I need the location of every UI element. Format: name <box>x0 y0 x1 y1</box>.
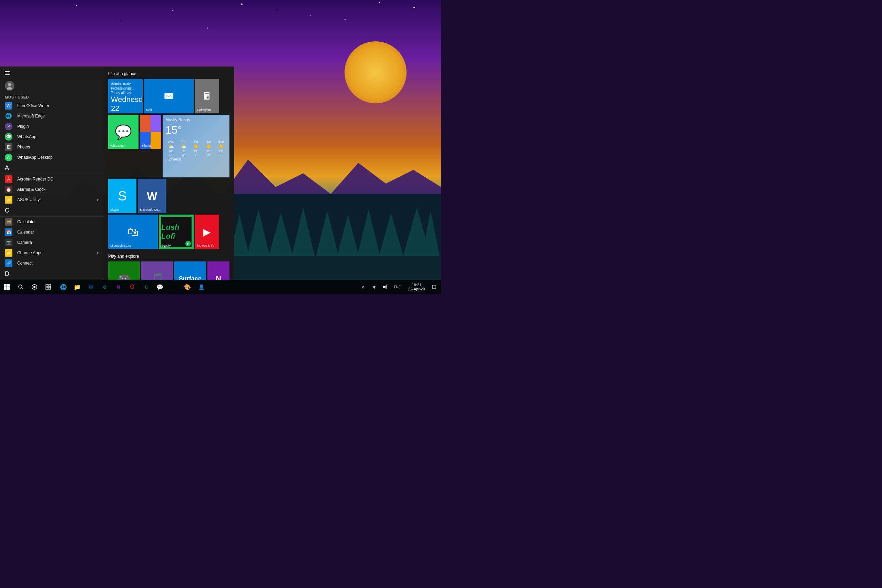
app-libreoffice[interactable]: W LibreOffice Writer <box>0 100 104 111</box>
taskbar-spotify[interactable]: ♫ <box>139 280 153 294</box>
weather-low-thu: 5° <box>182 153 185 157</box>
onenote-icon: N <box>216 274 221 280</box>
app-icon-calendar: 📅 <box>5 228 12 236</box>
taskbar-onenote[interactable]: N <box>112 280 125 294</box>
taskbar-mail[interactable]: ✉ <box>84 280 98 294</box>
tile-onenote[interactable]: N OneNote <box>207 261 230 280</box>
skype-icon: S <box>118 189 126 204</box>
app-photos[interactable]: 🖼 Photos <box>0 142 104 152</box>
photos-cell-4 <box>150 132 161 149</box>
tile-word[interactable]: W Microsoft Wo... <box>138 179 166 213</box>
sun-decoration <box>345 41 406 104</box>
expand-icon: ▾ <box>97 198 99 202</box>
app-asus[interactable]: 📁 ASUS Utility ▾ <box>0 195 104 205</box>
weather-day-label: Fri <box>194 140 198 143</box>
spotify-inner: Lush Lofi ▶ <box>161 217 192 247</box>
wifi-icon <box>372 285 376 289</box>
app-calendar[interactable]: 📅 Calendar <box>0 227 104 237</box>
calendar-event-text: Administrative Professionals... <box>111 82 140 91</box>
taskbar-edge2[interactable]: e <box>98 280 112 294</box>
tile-skype[interactable]: S Skype <box>108 179 136 213</box>
start-button[interactable] <box>0 280 14 294</box>
tile-spotify[interactable]: Lush Lofi ▶ Spotify <box>159 214 194 249</box>
tile-calendar[interactable]: Administrative Professionals... Today al… <box>108 79 142 113</box>
app-icon-asus: 📁 <box>5 196 12 204</box>
tile-movies[interactable]: ▶ Movies & TV <box>195 214 219 249</box>
app-camera[interactable]: 📷 Camera <box>0 237 104 248</box>
app-acrobat[interactable]: A Acrobat Reader DC <box>0 174 104 184</box>
tile-weather[interactable]: Mostly Sunny 15° Wed ⛅ 16° 5° Thu ⛅ 16° … <box>163 115 230 177</box>
tile-whatsapp[interactable]: 💬 WhatsApp <box>108 115 138 149</box>
tile-mail[interactable]: ✉️ Mail <box>144 79 194 113</box>
edge-icon: 🌐 <box>60 284 67 290</box>
weather-temp: 15° <box>165 124 227 136</box>
app-icon-whatsapp-desktop: W <box>5 154 12 161</box>
start-menu-left: Most used W LibreOffice Writer 🌐 Microso… <box>0 66 104 280</box>
app-whatsapp-desktop[interactable]: W WhatsApp Desktop <box>0 152 104 163</box>
taskbar-opera[interactable]: O <box>125 280 139 294</box>
app-alarms[interactable]: ⏰ Alarms & Clock <box>0 184 104 195</box>
tile-calculator[interactable]: 🖩 Calculator <box>195 79 219 113</box>
tile-groove[interactable]: 🎵 Groove Music <box>141 261 173 280</box>
weather-icon-sat: ☀️ <box>206 144 212 149</box>
svg-rect-41 <box>432 285 436 289</box>
snip-icon: ✂ <box>172 284 176 290</box>
xbox-icon: 🎮 <box>117 272 131 280</box>
hamburger-button[interactable] <box>0 66 104 79</box>
svg-marker-40 <box>383 285 386 289</box>
app-label: Calendar <box>17 230 34 235</box>
clock[interactable]: 18:21 22-Apr-20 <box>405 280 429 294</box>
app-icon-libreoffice: W <box>5 102 12 110</box>
network-icon[interactable] <box>369 280 380 294</box>
tile-store-label: Microsoft Store <box>110 244 131 248</box>
app-calculator[interactable]: 🧮 Calculator <box>0 217 104 227</box>
tile-surface[interactable]: Surface Surface <box>174 261 206 280</box>
cortana-button[interactable] <box>28 280 41 294</box>
weather-high-fri: 19° <box>194 150 198 153</box>
svg-rect-30 <box>4 287 6 290</box>
start-menu: Most used W LibreOffice Writer 🌐 Microso… <box>0 66 234 280</box>
taskbar-paint[interactable]: 🎨 <box>180 280 194 294</box>
chevron-up-icon[interactable] <box>358 280 369 294</box>
taskbar-profile[interactable]: 👤 <box>194 280 208 294</box>
taskbar-snip[interactable]: ✂ <box>167 280 180 294</box>
store-icon: 🛍 <box>128 226 138 238</box>
taskbar-explorer[interactable]: 📁 <box>70 280 84 294</box>
weather-thu: Thu ⛅ 16° 5° <box>178 140 189 157</box>
task-view-button[interactable] <box>41 280 55 294</box>
tile-movies-label: Movies & TV <box>197 244 214 248</box>
app-label: Camera <box>17 240 32 245</box>
app-pidgin[interactable]: P Pidgin <box>0 121 104 132</box>
app-chrome-apps[interactable]: 📁 Chrome Apps ▾ <box>0 248 104 258</box>
app-icon-acrobat: A <box>5 176 12 183</box>
app-label: Alarms & Clock <box>17 187 45 192</box>
app-icon-connect: 🔗 <box>5 260 12 267</box>
calculator-icon: 🖩 <box>202 91 212 102</box>
weather-icon-thu: ⛅ <box>180 144 186 149</box>
user-profile-button[interactable] <box>0 79 104 92</box>
groove-icon: 🎵 <box>150 272 164 280</box>
volume-icon[interactable] <box>380 280 391 294</box>
weather-wed: Wed ⛅ 16° 5° <box>165 140 176 157</box>
svg-line-33 <box>22 288 23 289</box>
app-whatsapp[interactable]: 💬 WhatsApp <box>0 132 104 142</box>
edge2-icon: e <box>104 284 106 290</box>
notification-icon[interactable] <box>429 280 440 294</box>
mail-taskbar-icon: ✉ <box>89 284 93 290</box>
taskbar: 🌐 📁 ✉ e N O ♫ 💬 ✂ <box>0 280 441 294</box>
tile-xbox[interactable]: 🎮 Xbox Console... <box>108 261 140 280</box>
tile-photos[interactable]: Photos <box>140 115 161 149</box>
taskbar-whatsapp[interactable]: 💬 <box>153 280 167 294</box>
hamburger-icon <box>5 71 10 75</box>
app-icon-calculator: 🧮 <box>5 218 12 226</box>
app-edge[interactable]: 🌐 Microsoft Edge <box>0 111 104 121</box>
opera-icon: O <box>130 284 134 290</box>
app-connect[interactable]: 🔗 Connect <box>0 258 104 268</box>
search-button[interactable] <box>14 280 28 294</box>
taskbar-edge[interactable]: 🌐 <box>57 280 70 294</box>
svg-point-26 <box>8 83 11 87</box>
tile-store[interactable]: 🛍 Microsoft Store <box>108 214 158 249</box>
weather-low-sun: 9° <box>219 153 223 157</box>
language-indicator[interactable]: ENG <box>391 280 405 294</box>
svg-rect-38 <box>46 287 48 290</box>
